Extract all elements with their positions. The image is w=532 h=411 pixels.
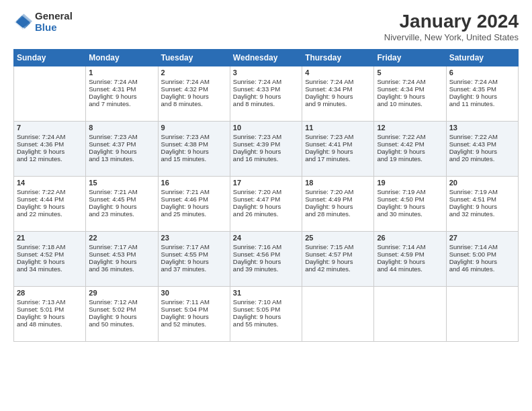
logo-text: General Blue — [35, 11, 73, 33]
cell-line: and 12 minutes. — [17, 155, 83, 163]
calendar-cell: 24Sunrise: 7:16 AMSunset: 4:56 PMDayligh… — [230, 232, 302, 287]
day-number: 30 — [161, 289, 227, 297]
cell-line: Sunset: 4:43 PM — [449, 140, 515, 148]
cell-line: Daylight: 9 hours — [89, 203, 154, 210]
cell-line: Daylight: 9 hours — [161, 93, 227, 100]
cell-line: Sunset: 4:38 PM — [161, 140, 227, 148]
cell-line: Sunset: 4:33 PM — [233, 85, 299, 93]
day-number: 7 — [17, 124, 83, 132]
cell-line: and 19 minutes. — [377, 155, 443, 163]
day-number: 24 — [233, 234, 299, 242]
calendar-cell: 4Sunrise: 7:24 AMSunset: 4:34 PMDaylight… — [302, 66, 374, 122]
cell-line: Sunset: 5:01 PM — [17, 306, 83, 313]
cell-line: and 22 minutes. — [17, 210, 83, 218]
day-number: 14 — [17, 179, 83, 187]
cell-line: and 55 minutes. — [233, 320, 299, 328]
day-number: 5 — [377, 68, 443, 77]
cell-line: Daylight: 9 hours — [449, 258, 515, 265]
calendar-cell: 5Sunrise: 7:24 AMSunset: 4:34 PMDaylight… — [374, 66, 446, 122]
cell-line: Daylight: 9 hours — [161, 258, 227, 265]
day-number: 12 — [377, 124, 443, 132]
calendar-cell: 11Sunrise: 7:23 AMSunset: 4:41 PMDayligh… — [302, 122, 374, 177]
cell-line: Sunrise: 7:14 AM — [377, 243, 443, 250]
cell-line: Sunset: 4:47 PM — [233, 195, 299, 203]
cell-line: Sunrise: 7:24 AM — [233, 78, 299, 85]
calendar-cell: 21Sunrise: 7:18 AMSunset: 4:52 PMDayligh… — [14, 232, 86, 287]
cell-line: Daylight: 9 hours — [17, 313, 83, 320]
cell-line: Sunrise: 7:17 AM — [89, 243, 154, 250]
calendar-page: General Blue January 2024 Niverville, Ne… — [0, 0, 532, 411]
day-number: 20 — [449, 179, 515, 187]
cell-line: Daylight: 9 hours — [161, 203, 227, 210]
cell-line: Sunrise: 7:24 AM — [449, 78, 515, 85]
calendar-cell: 9Sunrise: 7:23 AMSunset: 4:38 PMDaylight… — [158, 122, 230, 177]
cell-line: Sunset: 5:00 PM — [449, 250, 515, 258]
cell-line: Sunrise: 7:24 AM — [377, 78, 443, 85]
cell-line: Sunrise: 7:15 AM — [305, 243, 371, 250]
cell-line: Sunrise: 7:22 AM — [17, 188, 83, 195]
cell-line: Daylight: 9 hours — [17, 258, 83, 265]
day-number: 22 — [89, 234, 154, 242]
day-number: 31 — [233, 289, 299, 297]
day-number: 28 — [17, 289, 83, 297]
cell-line: and 48 minutes. — [17, 320, 83, 328]
calendar-cell — [446, 287, 518, 342]
cell-line: Sunset: 4:34 PM — [377, 85, 443, 93]
cell-line: Sunrise: 7:23 AM — [233, 133, 299, 140]
calendar-cell: 16Sunrise: 7:21 AMSunset: 4:46 PMDayligh… — [158, 177, 230, 232]
calendar-cell: 7Sunrise: 7:24 AMSunset: 4:36 PMDaylight… — [14, 122, 86, 177]
calendar-cell: 28Sunrise: 7:13 AMSunset: 5:01 PMDayligh… — [14, 287, 86, 342]
cell-line: Sunrise: 7:10 AM — [233, 298, 299, 306]
calendar-cell: 13Sunrise: 7:22 AMSunset: 4:43 PMDayligh… — [446, 122, 518, 177]
day-number: 15 — [89, 179, 154, 187]
calendar-cell: 25Sunrise: 7:15 AMSunset: 4:57 PMDayligh… — [302, 232, 374, 287]
th-saturday: Saturday — [446, 50, 518, 66]
calendar-cell: 31Sunrise: 7:10 AMSunset: 5:05 PMDayligh… — [230, 287, 302, 342]
calendar-cell: 12Sunrise: 7:22 AMSunset: 4:42 PMDayligh… — [374, 122, 446, 177]
cell-line: Sunrise: 7:22 AM — [377, 133, 443, 140]
day-number: 18 — [305, 179, 371, 187]
calendar-cell: 30Sunrise: 7:11 AMSunset: 5:04 PMDayligh… — [158, 287, 230, 342]
cell-line: Sunrise: 7:23 AM — [89, 133, 154, 140]
cell-line: Daylight: 9 hours — [449, 203, 515, 210]
cell-line: Sunrise: 7:22 AM — [449, 133, 515, 140]
cell-line: Sunset: 4:46 PM — [161, 195, 227, 203]
cell-line: Daylight: 9 hours — [305, 93, 371, 100]
cell-line: Sunset: 4:53 PM — [89, 250, 154, 258]
calendar-week-2: 7Sunrise: 7:24 AMSunset: 4:36 PMDaylight… — [14, 122, 519, 177]
cell-line: and 20 minutes. — [449, 155, 515, 163]
cell-line: Daylight: 9 hours — [233, 313, 299, 320]
cell-line: Sunrise: 7:23 AM — [161, 133, 227, 140]
cell-line: Daylight: 9 hours — [377, 93, 443, 100]
day-number: 8 — [89, 124, 154, 132]
calendar-cell: 29Sunrise: 7:12 AMSunset: 5:02 PMDayligh… — [86, 287, 158, 342]
day-number: 2 — [161, 68, 227, 77]
cell-line: and 16 minutes. — [233, 155, 299, 163]
day-number: 26 — [377, 234, 443, 242]
calendar-cell — [302, 287, 374, 342]
calendar-cell: 20Sunrise: 7:19 AMSunset: 4:51 PMDayligh… — [446, 177, 518, 232]
calendar-cell: 3Sunrise: 7:24 AMSunset: 4:33 PMDaylight… — [230, 66, 302, 122]
cell-line: Daylight: 9 hours — [305, 258, 371, 265]
calendar-body: 1Sunrise: 7:24 AMSunset: 4:31 PMDaylight… — [14, 66, 519, 342]
day-number: 27 — [449, 234, 515, 242]
calendar-cell — [374, 287, 446, 342]
cell-line: Sunrise: 7:19 AM — [449, 188, 515, 195]
cell-line: and 37 minutes. — [161, 265, 227, 273]
cell-line: Daylight: 9 hours — [89, 93, 154, 100]
day-number: 9 — [161, 124, 227, 132]
cell-line: and 50 minutes. — [89, 320, 154, 328]
header-row: Sunday Monday Tuesday Wednesday Thursday… — [14, 50, 519, 66]
cell-line: Sunset: 4:55 PM — [161, 250, 227, 258]
day-number: 16 — [161, 179, 227, 187]
cell-line: and 52 minutes. — [161, 320, 227, 328]
calendar-cell: 26Sunrise: 7:14 AMSunset: 4:59 PMDayligh… — [374, 232, 446, 287]
day-number: 3 — [233, 68, 299, 77]
day-number: 11 — [305, 124, 371, 132]
cell-line: and 26 minutes. — [233, 210, 299, 218]
cell-line: and 32 minutes. — [449, 210, 515, 218]
th-wednesday: Wednesday — [230, 50, 302, 66]
calendar-cell — [14, 66, 86, 122]
title-block: January 2024 Niverville, New York, Unite… — [384, 11, 519, 42]
cell-line: Sunrise: 7:21 AM — [89, 188, 154, 195]
